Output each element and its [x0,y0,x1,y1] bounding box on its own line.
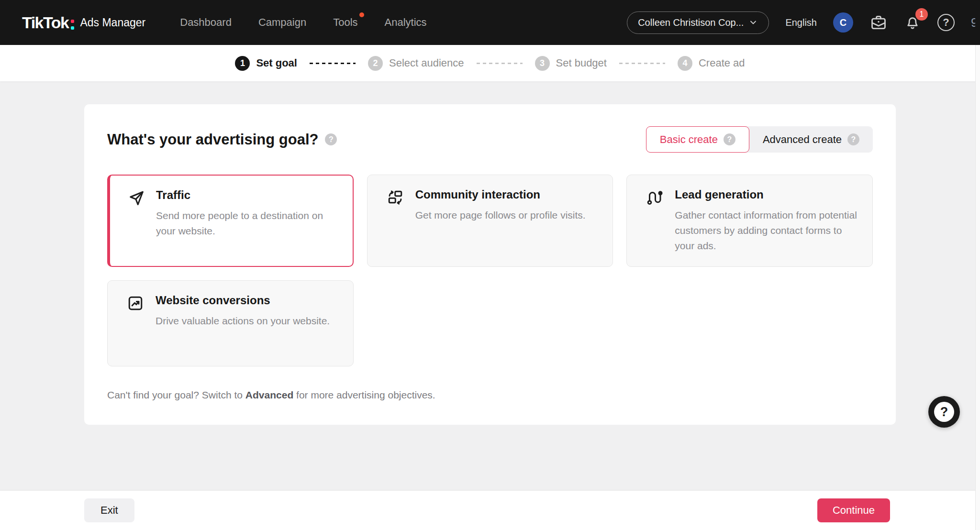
step-3-number: 3 [535,56,550,71]
route-icon [646,188,663,254]
chevron-down-icon [748,18,758,27]
goal-cards-grid: Traffic Send more people to a destinatio… [107,175,873,366]
nav-campaign[interactable]: Campaign [258,16,306,29]
navbar-right: Colleen Christison Cop... English C [627,11,975,34]
switch-advanced-hint: Can't find your goal? Switch to Advanced… [107,389,873,401]
goal-card-website-conversions[interactable]: Website conversions Drive valuable actio… [107,280,354,366]
goal-description: Drive valuable actions on your website. [156,313,330,329]
page-swap-icon [387,188,404,254]
step-connector [310,63,356,64]
vertical-scrollbar[interactable] [975,45,980,530]
goal-title: Traffic [156,188,338,202]
primary-nav: Dashboard Campaign Tools Analytics [180,16,426,29]
step-set-goal[interactable]: 1 Set goal [235,56,297,71]
help-button[interactable]: ? [937,14,955,31]
tiktok-wordmark: TikTok [22,13,68,32]
avatar[interactable]: C [833,12,853,33]
step-3-label: Set budget [556,57,607,69]
goal-title: Community interaction [415,188,586,201]
nav-dashboard[interactable]: Dashboard [180,16,232,29]
language-selector[interactable]: English [785,17,817,28]
continue-button[interactable]: Continue [817,498,890,522]
goal-selection-panel: What's your advertising goal? ? Basic cr… [84,104,896,425]
step-2-label: Select audience [389,57,464,69]
step-select-audience[interactable]: 2 Select audience [368,56,464,71]
basic-create-help-icon[interactable]: ? [724,133,735,145]
step-2-number: 2 [368,56,383,71]
goal-card-text: Traffic Send more people to a destinatio… [156,188,338,253]
briefcase-icon [869,13,888,32]
hint-suffix: for more advertising objectives. [293,389,435,400]
tab-advanced-create[interactable]: Advanced create ? [749,126,873,153]
tab-advanced-create-label: Advanced create [763,133,842,146]
floating-help-button[interactable]: ? [928,396,960,428]
goal-card-community-interaction[interactable]: Community interaction Get more page foll… [367,175,613,267]
navigation-arrow-icon [127,188,145,253]
goal-card-traffic[interactable]: Traffic Send more people to a destinatio… [107,175,354,267]
tiktok-logo[interactable]: TikTok Ads Manager [22,13,145,32]
tools-new-badge-dot [359,12,364,17]
clipped-edge-element: 9 [971,15,975,30]
notification-count-badge: 1 [915,8,928,21]
question-mark-icon: ? [934,402,954,422]
advanced-create-help-icon[interactable]: ? [847,133,859,145]
nav-tools-label: Tools [333,16,357,28]
step-set-budget[interactable]: 3 Set budget [535,56,607,71]
tab-basic-create-label: Basic create [660,133,718,146]
step-4-label: Create ad [699,57,745,69]
hint-prefix: Can't find your goal? Switch to [107,389,245,400]
page: TikTok Ads Manager Dashboard Campaign To… [0,0,980,530]
goal-card-lead-generation[interactable]: Lead generation Gather contact informati… [626,175,873,267]
heading-help-icon[interactable]: ? [325,133,337,145]
step-1-label: Set goal [256,57,297,69]
step-1-number: 1 [235,56,250,71]
goal-card-text: Community interaction Get more page foll… [415,188,586,254]
goal-description: Get more page follows or profile visits. [415,208,586,223]
hint-advanced-word: Advanced [245,389,293,400]
heading-wrap: What's your advertising goal? ? [107,131,337,148]
step-4-number: 4 [678,56,692,71]
nav-analytics[interactable]: Analytics [385,16,427,29]
tiktok-colon-icon [71,20,74,30]
account-dropdown[interactable]: Colleen Christison Cop... [627,11,769,34]
product-name: Ads Manager [80,16,145,29]
panel-header: What's your advertising goal? ? Basic cr… [107,126,873,153]
page-title: What's your advertising goal? [107,131,318,148]
create-mode-switch: Basic create ? Advanced create ? [646,126,873,153]
step-connector [619,63,665,64]
business-center-button[interactable] [869,13,888,32]
notifications-button[interactable]: 1 [904,14,921,31]
trending-up-icon [127,294,144,353]
goal-title: Website conversions [156,294,330,307]
goal-card-text: Website conversions Drive valuable actio… [156,294,330,353]
goal-description: Gather contact information from potentia… [675,208,858,254]
goal-title: Lead generation [675,188,858,201]
wizard-footer: Exit Continue [0,491,980,530]
goal-description: Send more people to a destination on you… [156,208,338,239]
exit-button[interactable]: Exit [84,498,134,522]
tab-basic-create[interactable]: Basic create ? [646,126,749,153]
top-navbar: TikTok Ads Manager Dashboard Campaign To… [0,0,980,45]
step-create-ad[interactable]: 4 Create ad [678,56,745,71]
wizard-stepper: 1 Set goal 2 Select audience 3 Set budge… [0,45,980,81]
goal-card-text: Lead generation Gather contact informati… [675,188,858,254]
nav-tools[interactable]: Tools [333,16,357,29]
account-name: Colleen Christison Cop... [638,17,744,28]
step-connector [477,63,523,64]
question-circle-icon: ? [937,14,955,31]
